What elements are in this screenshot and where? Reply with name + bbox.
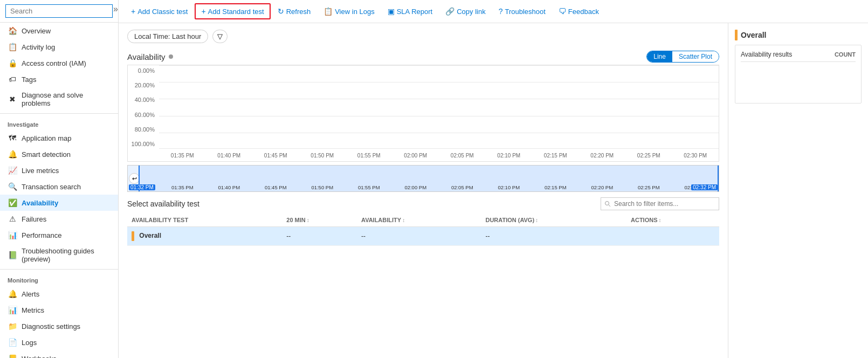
sidebar-label-overview: Overview [22, 27, 51, 35]
diagnose-icon: ✖ [8, 95, 17, 104]
overall-color-bar [735, 30, 738, 40]
troubleshoot-icon: ? [499, 7, 503, 16]
sidebar-item-troubleshooting-guides[interactable]: 📗Troubleshooting guides (preview) [0, 243, 118, 267]
chart-type-scatter-plot-button[interactable]: Scatter Plot [672, 51, 719, 62]
add-standard-test-icon: + [201, 7, 205, 16]
troubleshooting-guides-icon: 📗 [8, 251, 17, 259]
view-in-logs-label: View in Logs [335, 8, 374, 16]
refresh-button[interactable]: ↻Refresh [272, 4, 317, 19]
sidebar-item-logs[interactable]: 📄Logs [0, 334, 118, 350]
filter-icon-button[interactable]: ▽ [212, 30, 228, 43]
chart-x-label-0: 01:35 PM [159, 153, 206, 159]
sidebar-item-alerts[interactable]: 🔔Alerts [0, 286, 118, 302]
brush-chart[interactable]: ↩ 01:35 PM01:40 PM01:45 PM01:50 PM01:55 … [127, 165, 719, 192]
transaction-search-icon: 🔍 [8, 182, 17, 191]
sidebar-label-logs: Logs [22, 339, 37, 347]
sidebar-item-availability[interactable]: ✅Availability [0, 195, 118, 211]
view-in-logs-icon: 📋 [323, 7, 333, 16]
brush-x-label-7: 02:10 PM [486, 184, 533, 190]
sidebar-label-diagnostic-settings: Diagnostic settings [22, 322, 80, 331]
select-test-title: Select availability test [127, 199, 199, 208]
sidebar-item-live-metrics[interactable]: 📈Live metrics [0, 162, 118, 178]
feedback-button[interactable]: 🗨Feedback [553, 4, 605, 19]
brush-x-label-9: 02:20 PM [579, 184, 626, 190]
brush-x-label-5: 02:00 PM [392, 184, 439, 190]
right-panel: Overall Availability results COUNT [728, 23, 868, 358]
sidebar-item-diagnose[interactable]: ✖Diagnose and solve problems [0, 87, 118, 111]
chart-x-label-6: 02:05 PM [439, 153, 486, 159]
sidebar-label-metrics: Metrics [22, 306, 44, 314]
sidebar-item-smart-detection[interactable]: 🔔Smart detection [0, 146, 118, 162]
filter-search-input[interactable] [601, 197, 719, 210]
add-classic-test-button[interactable]: +Add Classic test [125, 4, 194, 19]
chart-y-labels: 100.00%80.00%60.00%40.00%20.00%0.00% [128, 65, 159, 149]
grid-line-60 [159, 99, 719, 99]
table-header-20min: 20 MIN↕ [282, 214, 357, 227]
add-classic-test-icon: + [131, 7, 135, 16]
metrics-icon: 📊 [8, 306, 17, 314]
chart-title-row: Availability LineScatter Plot [127, 51, 719, 63]
cell-name-overall: Overall [127, 227, 282, 246]
chart-y-label-4: 20.00% [128, 82, 157, 88]
chart-x-label-3: 01:50 PM [299, 153, 346, 159]
content-area: Local Time: Last hour ▽ Availability Lin… [119, 23, 868, 358]
avail-count-label: COUNT [835, 51, 856, 58]
sidebar-item-diagnostic-settings[interactable]: 📁Diagnostic settings [0, 318, 118, 334]
sidebar-item-overview[interactable]: 🏠Overview [0, 23, 118, 39]
brush-x-label-2: 01:45 PM [252, 184, 299, 190]
sidebar-item-failures[interactable]: ⚠Failures [0, 211, 118, 227]
sidebar-label-alerts: Alerts [22, 290, 39, 298]
table-header: AVAILABILITY TEST20 MIN↕AVAILABILITY↕DUR… [127, 214, 719, 227]
sidebar-item-tags[interactable]: 🏷Tags [0, 71, 118, 87]
table-header-duration-avg: DURATION (AVG)↕ [481, 214, 626, 227]
access-control-icon: 🔒 [8, 59, 17, 67]
availability-icon: ✅ [8, 198, 17, 207]
row-color-indicator [132, 231, 134, 241]
sidebar-item-application-map[interactable]: 🗺Application map [0, 130, 118, 146]
chart-type-line-button[interactable]: Line [647, 51, 672, 62]
sidebar-item-activity-log[interactable]: 📋Activity log [0, 39, 118, 55]
copy-link-button[interactable]: 🔗Copy link [439, 4, 491, 19]
view-in-logs-button[interactable]: 📋View in Logs [318, 4, 380, 19]
cell-20min-overall: -- [282, 227, 357, 246]
troubleshoot-label: Troubleshoot [505, 8, 545, 16]
activity-log-icon: 📋 [8, 43, 17, 51]
logs-icon: 📄 [8, 338, 17, 347]
chart-y-label-2: 60.00% [128, 112, 157, 118]
cell-availability-overall: -- [357, 227, 481, 246]
chart-x-label-8: 02:15 PM [532, 153, 579, 159]
application-map-icon: 🗺 [8, 134, 17, 142]
availability-results-card: Availability results COUNT [735, 45, 862, 104]
live-metrics-icon: 📈 [8, 166, 17, 175]
filter-search-wrapper: 🔍 [601, 197, 719, 210]
sort-duration-avg[interactable]: ↕ [535, 217, 538, 223]
time-filter-button[interactable]: Local Time: Last hour [127, 30, 208, 43]
sort-availability[interactable]: ↕ [402, 217, 405, 223]
table-row[interactable]: Overall -- -- -- [127, 227, 719, 246]
sidebar-item-metrics[interactable]: 📊Metrics [0, 302, 118, 318]
feedback-label: Feedback [568, 8, 599, 16]
time-filter-bar: Local Time: Last hour ▽ [127, 30, 719, 43]
add-standard-test-label: Add Standard test [208, 8, 264, 16]
grid-line-100 [159, 65, 719, 66]
brush-nav-button[interactable]: ↩ [129, 173, 140, 184]
diagnostic-settings-icon: 📁 [8, 322, 17, 331]
sidebar-item-workbooks[interactable]: 📒Workbooks [0, 350, 118, 358]
sidebar-collapse-button[interactable]: » [113, 4, 118, 14]
table-header-actions: ACTIONS↕ [626, 214, 719, 227]
sidebar-label-failures: Failures [22, 215, 46, 223]
sidebar-item-performance[interactable]: 📊Performance [0, 227, 118, 243]
sla-report-button[interactable]: ▣SLA Report [382, 4, 439, 19]
chart-status-dot [169, 54, 173, 59]
sort-20min[interactable]: ↕ [307, 217, 309, 223]
sidebar-monitoring-items: 🔔Alerts📊Metrics📁Diagnostic settings📄Logs… [0, 286, 118, 358]
chart-x-label-4: 01:55 PM [346, 153, 392, 159]
add-standard-test-button[interactable]: +Add Standard test [195, 3, 270, 19]
refresh-icon: ↻ [278, 7, 284, 16]
sidebar-item-transaction-search[interactable]: 🔍Transaction search [0, 178, 118, 195]
troubleshoot-button[interactable]: ?Troubleshoot [493, 4, 552, 19]
chart-plot-area [159, 65, 719, 149]
search-input[interactable] [5, 4, 113, 18]
sidebar-item-access-control[interactable]: 🔒Access control (IAM) [0, 55, 118, 71]
sort-actions[interactable]: ↕ [659, 217, 662, 223]
